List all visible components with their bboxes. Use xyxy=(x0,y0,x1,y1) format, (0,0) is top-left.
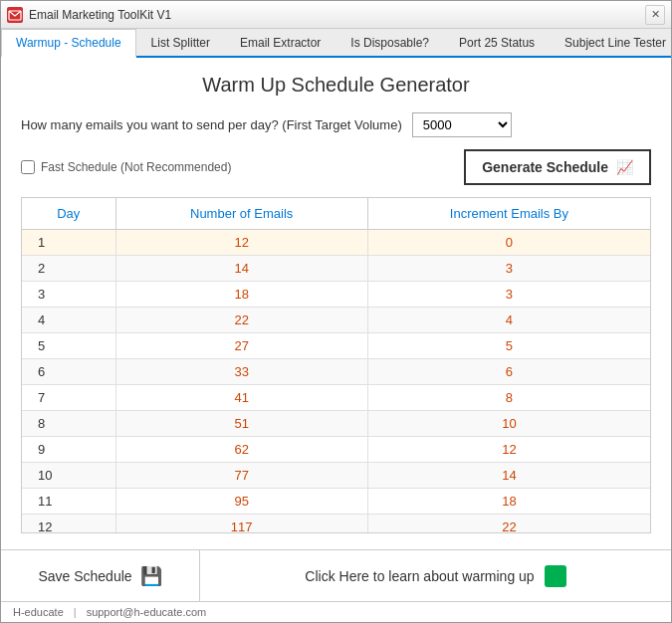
content-area: Warm Up Schedule Generator How many emai… xyxy=(1,58,671,622)
cell-increment: 3 xyxy=(367,256,650,282)
cell-day: 2 xyxy=(22,256,115,282)
cell-increment: 18 xyxy=(367,489,650,515)
footer-separator: | xyxy=(74,606,77,618)
footer: H-educate | support@h-educate.com xyxy=(1,601,671,622)
tab-list-splitter[interactable]: List Splitter xyxy=(136,29,225,56)
cell-day: 5 xyxy=(22,333,115,359)
tab-is-disposable[interactable]: Is Disposable? xyxy=(336,29,444,56)
bottom-bar: Save Schedule 💾 Click Here to learn abou… xyxy=(1,549,671,601)
generate-btn-label: Generate Schedule xyxy=(482,159,608,175)
save-schedule-button[interactable]: Save Schedule 💾 xyxy=(1,550,200,601)
cell-day: 3 xyxy=(22,282,115,308)
header-emails: Number of Emails xyxy=(115,198,367,230)
cell-emails: 14 xyxy=(115,256,367,282)
volume-select[interactable]: 5000 1000 2000 3000 4000 10000 xyxy=(412,112,512,137)
table-body: 1120214331834224527563367418851109621210… xyxy=(22,230,650,534)
table-row: 7418 xyxy=(22,385,650,411)
tab-bar: Warmup - Schedule List Splitter Email Ex… xyxy=(1,29,671,58)
cell-emails: 77 xyxy=(115,463,367,489)
cell-day: 12 xyxy=(22,515,115,534)
cell-day: 1 xyxy=(22,230,115,256)
cell-day: 9 xyxy=(22,437,115,463)
fast-schedule-checkbox[interactable] xyxy=(21,160,35,174)
cell-emails: 51 xyxy=(115,411,367,437)
cell-increment: 8 xyxy=(367,385,650,411)
cell-day: 4 xyxy=(22,308,115,333)
app-icon xyxy=(7,7,23,23)
cell-emails: 62 xyxy=(115,437,367,463)
cell-day: 7 xyxy=(22,385,115,411)
schedule-table-container[interactable]: Day Number of Emails Increment Emails By… xyxy=(21,197,651,533)
tab-warmup-schedule[interactable]: Warmup - Schedule xyxy=(1,29,136,58)
table-header-row: Day Number of Emails Increment Emails By xyxy=(22,198,650,230)
table-row: 2143 xyxy=(22,256,650,282)
title-bar: Email Marketing ToolKit V1 ✕ xyxy=(1,1,671,29)
cell-increment: 3 xyxy=(367,282,650,308)
main-area: Warm Up Schedule Generator How many emai… xyxy=(1,58,671,549)
schedule-table: Day Number of Emails Increment Emails By… xyxy=(22,198,650,533)
cell-emails: 95 xyxy=(115,489,367,515)
tab-subject-line-tester[interactable]: Subject Line Tester xyxy=(550,29,672,56)
cell-emails: 18 xyxy=(115,282,367,308)
fast-schedule-label: Fast Schedule (Not Recommended) xyxy=(41,160,231,174)
controls-row: Fast Schedule (Not Recommended) Generate… xyxy=(21,149,651,185)
chart-icon: 📈 xyxy=(616,159,633,175)
cell-emails: 22 xyxy=(115,308,367,333)
page-title: Warm Up Schedule Generator xyxy=(21,74,651,97)
cell-increment: 0 xyxy=(367,230,650,256)
cell-increment: 14 xyxy=(367,463,650,489)
green-square-icon xyxy=(545,565,566,587)
cell-increment: 5 xyxy=(367,333,650,359)
title-bar-left: Email Marketing ToolKit V1 xyxy=(7,7,171,23)
cell-emails: 27 xyxy=(115,333,367,359)
top-controls: How many emails you want to send per day… xyxy=(21,112,651,137)
table-row: 5275 xyxy=(22,333,650,359)
table-row: 96212 xyxy=(22,437,650,463)
footer-brand: H-educate xyxy=(13,606,64,618)
save-label: Save Schedule xyxy=(38,568,131,584)
cell-increment: 22 xyxy=(367,515,650,534)
tab-port-25-status[interactable]: Port 25 Status xyxy=(444,29,550,56)
cell-emails: 12 xyxy=(115,230,367,256)
cell-day: 11 xyxy=(22,489,115,515)
header-day: Day xyxy=(22,198,115,230)
generate-button[interactable]: Generate Schedule 📈 xyxy=(464,149,651,185)
table-row: 107714 xyxy=(22,463,650,489)
table-row: 85110 xyxy=(22,411,650,437)
table-row: 119518 xyxy=(22,489,650,515)
fast-schedule-row: Fast Schedule (Not Recommended) xyxy=(21,160,231,174)
close-button[interactable]: ✕ xyxy=(645,5,665,25)
cell-emails: 41 xyxy=(115,385,367,411)
header-increment: Increment Emails By xyxy=(367,198,650,230)
app-title: Email Marketing ToolKit V1 xyxy=(29,8,171,22)
cell-increment: 10 xyxy=(367,411,650,437)
table-row: 1211722 xyxy=(22,515,650,534)
table-row: 1120 xyxy=(22,230,650,256)
warmup-learn-link[interactable]: Click Here to learn about warming up xyxy=(200,550,671,601)
email-prompt-label: How many emails you want to send per day… xyxy=(21,117,402,132)
cell-day: 10 xyxy=(22,463,115,489)
tab-email-extractor[interactable]: Email Extractor xyxy=(225,29,336,56)
cell-emails: 33 xyxy=(115,359,367,385)
cell-day: 6 xyxy=(22,359,115,385)
table-row: 4224 xyxy=(22,308,650,333)
warmup-link-label: Click Here to learn about warming up xyxy=(305,568,534,584)
cell-emails: 117 xyxy=(115,515,367,534)
cell-increment: 4 xyxy=(367,308,650,333)
cell-increment: 12 xyxy=(367,437,650,463)
cell-increment: 6 xyxy=(367,359,650,385)
cell-day: 8 xyxy=(22,411,115,437)
table-row: 3183 xyxy=(22,282,650,308)
table-row: 6336 xyxy=(22,359,650,385)
app-window: Email Marketing ToolKit V1 ✕ Warmup - Sc… xyxy=(0,0,672,623)
footer-email: support@h-educate.com xyxy=(87,606,207,618)
save-icon: 💾 xyxy=(140,565,162,587)
